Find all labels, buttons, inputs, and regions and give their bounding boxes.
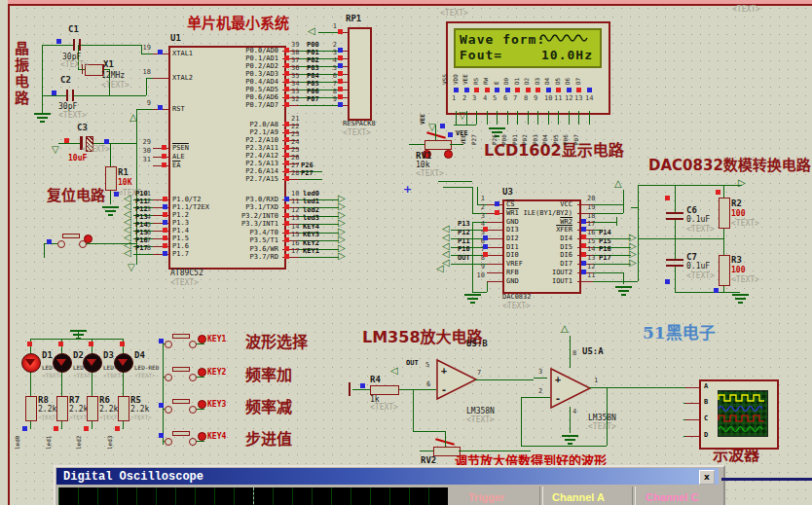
wire[interactable]: [675, 238, 676, 259]
led-ref[interactable]: D3: [103, 351, 114, 360]
wire[interactable]: [459, 451, 531, 451]
trigger-button[interactable]: Trigger: [468, 492, 504, 503]
wire[interactable]: [521, 397, 550, 398]
net-label[interactable]: P01: [512, 124, 519, 145]
wire[interactable]: [558, 111, 559, 125]
resistor-value[interactable]: 2.2k: [69, 406, 88, 414]
wire[interactable]: [163, 343, 164, 445]
key-terminal[interactable]: [189, 406, 197, 414]
wire[interactable]: [413, 390, 414, 431]
wire[interactable]: [675, 220, 676, 238]
wire[interactable]: [476, 111, 477, 125]
net-label[interactable]: P06: [563, 124, 570, 145]
u3-part[interactable]: DAC0832: [502, 294, 532, 301]
net-label[interactable]: KEY1: [303, 248, 319, 255]
r4-body[interactable]: [370, 385, 399, 395]
wire[interactable]: [675, 267, 676, 292]
key-terminal[interactable]: [189, 374, 197, 381]
r3-label[interactable]: 100: [731, 267, 745, 274]
rv1-value[interactable]: 10k: [416, 162, 429, 169]
c1-label[interactable]: C1: [68, 25, 79, 34]
wire[interactable]: [723, 238, 724, 255]
key-terminal[interactable]: [165, 374, 172, 381]
wire[interactable]: [466, 111, 467, 125]
wire[interactable]: [507, 111, 508, 125]
wire[interactable]: [90, 143, 136, 144]
wire[interactable]: [58, 143, 80, 144]
net-label[interactable]: P04: [542, 124, 549, 145]
net-label[interactable]: P14: [135, 222, 148, 229]
led-ref[interactable]: D2: [73, 351, 84, 360]
reset-button-actuator[interactable]: [62, 234, 80, 238]
rv1-ref[interactable]: RV1: [416, 152, 431, 161]
wire[interactable]: [593, 213, 623, 214]
wire[interactable]: [44, 243, 45, 258]
rp1-respack-chip[interactable]: [348, 27, 372, 121]
u1-ref[interactable]: U1: [170, 34, 181, 43]
key-terminal[interactable]: [189, 438, 197, 446]
x1-label[interactable]: X1: [103, 60, 114, 69]
pin-stub[interactable]: [685, 387, 699, 388]
key-terminal[interactable]: [189, 341, 197, 348]
u3-ref[interactable]: U3: [502, 188, 513, 197]
net-label[interactable]: led1: [303, 198, 319, 205]
out-net-label[interactable]: OUT: [406, 360, 419, 367]
net-label[interactable]: P06: [307, 89, 319, 95]
net-label[interactable]: P15: [135, 230, 148, 236]
pin-stub[interactable]: [153, 78, 168, 79]
net-label[interactable]: P15: [599, 238, 611, 245]
wire[interactable]: [438, 181, 472, 182]
u5a-part[interactable]: LM358N: [588, 415, 616, 422]
u5a-ref[interactable]: U5:A: [582, 347, 604, 356]
net-label[interactable]: P17: [135, 245, 148, 252]
net-label[interactable]: P16: [135, 237, 148, 244]
capacitor-plate[interactable]: [73, 39, 75, 51]
net-label[interactable]: led2: [303, 207, 319, 214]
pin-stub[interactable]: [685, 419, 699, 420]
resistor-ref[interactable]: R6: [99, 396, 110, 405]
rp1-ref[interactable]: RP1: [346, 15, 361, 23]
wire[interactable]: [92, 371, 92, 396]
resistor-body[interactable]: [25, 396, 37, 421]
net-label[interactable]: P07: [573, 124, 580, 145]
net-label[interactable]: KEY2: [303, 240, 319, 247]
net-label[interactable]: P26: [301, 162, 314, 169]
net-label[interactable]: P11: [458, 238, 470, 245]
wire[interactable]: [623, 190, 624, 213]
key-actuator[interactable]: [172, 367, 190, 372]
net-label[interactable]: P10: [135, 191, 148, 198]
wire[interactable]: [631, 207, 638, 208]
net-label[interactable]: KEY3: [303, 232, 319, 238]
wire[interactable]: [61, 371, 62, 396]
wire[interactable]: [397, 389, 436, 390]
net-label[interactable]: VEE: [461, 124, 467, 145]
resistor-body[interactable]: [118, 396, 129, 421]
key-actuator[interactable]: [172, 399, 190, 404]
wire[interactable]: [110, 143, 111, 167]
net-label[interactable]: led2: [76, 428, 83, 450]
net-label[interactable]: P04: [307, 73, 319, 80]
c6-label[interactable]: C6: [686, 206, 697, 215]
wire[interactable]: [593, 204, 623, 205]
resistor-body[interactable]: [56, 396, 68, 421]
net-label[interactable]: P17: [599, 255, 611, 262]
reset-button-terminal[interactable]: [57, 240, 65, 248]
c2-label[interactable]: C2: [60, 76, 71, 85]
net-label[interactable]: led0: [15, 428, 21, 450]
digital-oscilloscope-window[interactable]: Digital Oscilloscope x Trigger Channel A…: [54, 465, 725, 505]
resistor-ref[interactable]: R7: [69, 396, 80, 405]
wire[interactable]: [443, 187, 472, 188]
resistor-ref[interactable]: R8: [38, 396, 49, 405]
net-label[interactable]: P07: [307, 96, 319, 103]
channel-c-button[interactable]: Channel C: [646, 492, 698, 503]
u5b-part[interactable]: LM358N: [466, 408, 495, 415]
wire[interactable]: [537, 111, 538, 125]
wire[interactable]: [472, 292, 487, 293]
r4-label[interactable]: R4: [370, 376, 381, 384]
wire[interactable]: [74, 95, 146, 96]
net-label[interactable]: led0: [303, 191, 319, 198]
key-terminal[interactable]: [165, 406, 172, 414]
wire[interactable]: [141, 54, 153, 54]
capacitor-plate[interactable]: [72, 90, 74, 101]
net-label[interactable]: P00: [501, 124, 508, 145]
